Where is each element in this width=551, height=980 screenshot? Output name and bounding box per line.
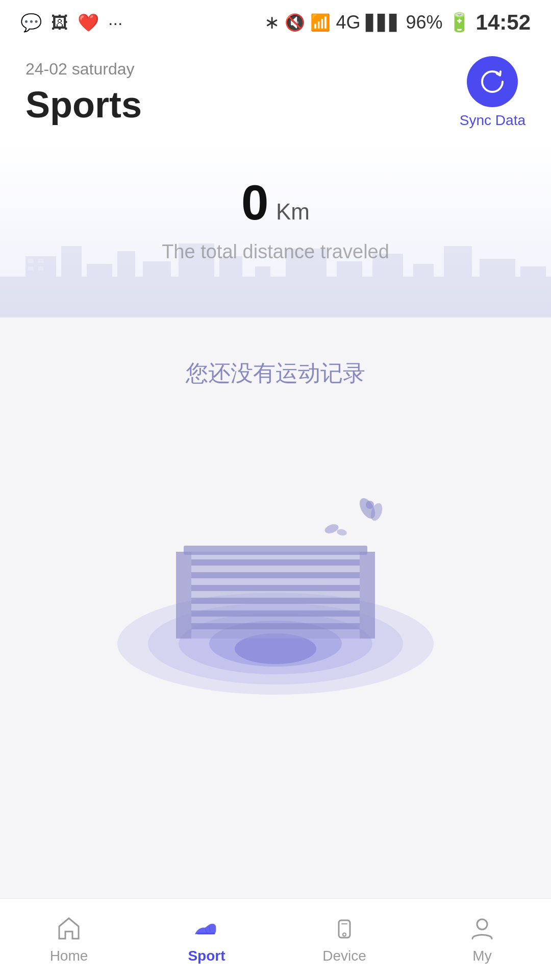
- home-icon: [55, 915, 83, 943]
- svg-rect-30: [191, 585, 360, 591]
- nav-item-sport[interactable]: Sport: [156, 915, 258, 964]
- empty-state-text: 您还没有运动记录: [186, 358, 365, 388]
- svg-rect-10: [337, 261, 362, 297]
- svg-rect-2: [61, 246, 82, 297]
- svg-rect-26: [360, 552, 375, 639]
- message-icon: 💬: [20, 12, 42, 33]
- svg-point-39: [336, 528, 347, 536]
- status-notifications: 💬 🖼 ❤️ ···: [20, 12, 122, 33]
- svg-rect-18: [28, 266, 33, 271]
- nav-label-home: Home: [50, 948, 88, 964]
- sync-label: Sync Data: [460, 112, 525, 129]
- svg-rect-13: [444, 246, 472, 297]
- svg-rect-8: [255, 266, 270, 297]
- bottom-nav: Home Sport Device My: [0, 898, 551, 980]
- nav-item-device[interactable]: Device: [293, 915, 395, 964]
- image-icon: 🖼: [51, 13, 68, 33]
- svg-rect-16: [28, 259, 33, 263]
- header-date: 24-02 saturday: [26, 60, 142, 79]
- svg-rect-14: [480, 259, 515, 297]
- svg-point-43: [477, 919, 487, 929]
- svg-rect-17: [38, 259, 43, 263]
- svg-rect-29: [191, 572, 360, 578]
- nav-item-home[interactable]: Home: [18, 915, 120, 964]
- more-icon: ···: [108, 13, 122, 33]
- svg-rect-25: [176, 552, 191, 639]
- svg-rect-6: [179, 243, 214, 297]
- svg-rect-31: [191, 598, 360, 604]
- city-silhouette: [0, 236, 551, 317]
- time-display: 14:52: [476, 10, 531, 35]
- svg-rect-28: [191, 559, 360, 566]
- network-label: 4G: [336, 12, 360, 33]
- page-title: Sports: [26, 84, 142, 126]
- nav-label-device: Device: [322, 948, 366, 964]
- distance-display: 0 Km: [0, 175, 551, 231]
- svg-rect-32: [191, 610, 360, 617]
- my-icon: [468, 915, 496, 943]
- wifi-icon: 📶: [310, 13, 331, 32]
- empty-state-section: 您还没有运动记录: [0, 317, 551, 910]
- signal-icon: ▋▋▋: [366, 14, 401, 32]
- battery-label: 96%: [406, 12, 443, 33]
- stadium-illustration: [97, 419, 454, 715]
- sync-icon: [477, 66, 508, 97]
- svg-rect-19: [38, 266, 43, 271]
- svg-rect-11: [372, 254, 403, 297]
- svg-rect-34: [184, 546, 367, 555]
- device-icon: [331, 915, 358, 943]
- header: 24-02 saturday Sports Sync Data: [0, 41, 551, 144]
- battery-icon: 🔋: [448, 12, 471, 33]
- svg-rect-40: [339, 920, 350, 938]
- svg-rect-12: [413, 264, 434, 297]
- nav-label-sport: Sport: [188, 948, 225, 964]
- distance-value: 0: [241, 175, 268, 230]
- svg-rect-4: [117, 251, 135, 297]
- nav-item-my[interactable]: My: [431, 915, 533, 964]
- svg-rect-15: [520, 266, 546, 297]
- svg-rect-7: [219, 256, 242, 297]
- nav-label-my: My: [472, 948, 491, 964]
- status-indicators: ∗ 🔇 📶 4G ▋▋▋ 96% 🔋 14:52: [264, 10, 531, 35]
- header-left: 24-02 saturday Sports: [26, 60, 142, 126]
- app-icon: ❤️: [78, 12, 99, 33]
- sync-circle[interactable]: [467, 56, 518, 107]
- svg-rect-5: [143, 261, 171, 297]
- sync-button[interactable]: Sync Data: [460, 56, 525, 129]
- distance-unit: Km: [276, 199, 310, 224]
- distance-section: 0 Km The total distance traveled: [0, 144, 551, 317]
- svg-rect-33: [191, 623, 360, 629]
- svg-point-41: [343, 933, 346, 936]
- svg-point-37: [366, 501, 374, 509]
- svg-rect-9: [286, 249, 327, 297]
- sport-icon: [193, 915, 220, 943]
- volume-icon: 🔇: [285, 13, 305, 32]
- bluetooth-icon: ∗: [264, 12, 280, 33]
- svg-rect-3: [87, 264, 112, 297]
- status-bar: 💬 🖼 ❤️ ··· ∗ 🔇 📶 4G ▋▋▋ 96% 🔋 14:52: [0, 0, 551, 41]
